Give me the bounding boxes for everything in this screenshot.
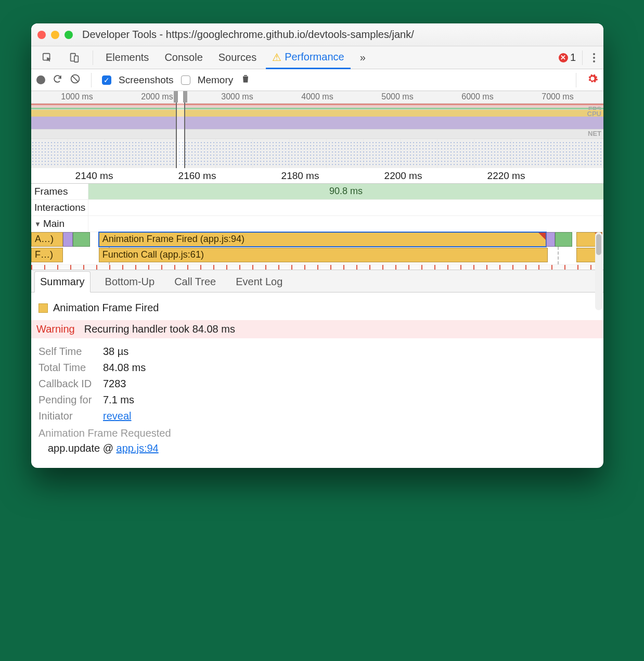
chevron-down-icon: ▼ — [34, 220, 41, 228]
screenshots-label: Screenshots — [119, 74, 174, 86]
overview-handle-right[interactable] — [183, 91, 187, 103]
warning-icon: ⚠ — [272, 51, 281, 63]
selftime-value: 38 µs — [103, 346, 128, 358]
panel-tabs: Elements Console Sources ⚠ Performance »… — [31, 46, 603, 69]
error-icon: ✕ — [559, 53, 568, 62]
tab-call-tree[interactable]: Call Tree — [169, 272, 221, 292]
close-window-button[interactable] — [37, 31, 46, 39]
warning-row: Warning Recurring handler took 84.08 ms — [31, 320, 603, 338]
svg-rect-2 — [74, 56, 78, 62]
tab-performance[interactable]: ⚠ Performance — [266, 47, 351, 69]
flame-sub-row — [31, 264, 603, 270]
flame-bar-animation-frame-fired[interactable]: Animation Frame Fired (app.js:94) — [99, 232, 546, 247]
frames-label[interactable]: Frames — [31, 184, 88, 199]
device-toggle-icon[interactable] — [62, 48, 86, 68]
separator — [582, 50, 583, 65]
event-title: Animation Frame Fired — [53, 302, 159, 314]
totaltime-value: 84.08 ms — [103, 362, 146, 374]
tab-bottom-up[interactable]: Bottom-Up — [100, 272, 160, 292]
tab-event-log[interactable]: Event Log — [230, 272, 288, 292]
warning-text: Recurring handler took 84.08 ms — [84, 323, 235, 335]
kebab-menu-icon[interactable] — [589, 50, 599, 66]
tabs-overflow[interactable]: » — [354, 47, 372, 68]
tab-elements[interactable]: Elements — [99, 47, 155, 68]
stack-source-link[interactable]: app.js:94 — [117, 442, 159, 454]
callback-id-value: 7283 — [103, 378, 126, 390]
record-button[interactable] — [36, 75, 45, 84]
ruler-tick: 2200 ms — [384, 170, 422, 182]
event-color-swatch — [38, 303, 48, 313]
separator — [93, 50, 93, 65]
overview-selection[interactable] — [176, 91, 185, 168]
flame-bar-function-call[interactable]: Function Call (app.js:61) — [99, 248, 548, 262]
maximize-window-button[interactable] — [65, 31, 73, 39]
inspect-icon[interactable] — [35, 48, 59, 68]
ruler-tick: 2220 ms — [487, 170, 525, 182]
separator — [576, 73, 576, 87]
error-count: 1 — [570, 52, 576, 63]
ruler-tick: 2180 ms — [281, 170, 319, 182]
settings-icon[interactable] — [587, 73, 598, 87]
tab-console[interactable]: Console — [158, 47, 209, 68]
error-badge[interactable]: ✕ 1 — [559, 52, 576, 63]
overview-dim — [185, 91, 603, 168]
tab-performance-label: Performance — [285, 51, 344, 63]
reload-record-button[interactable] — [53, 74, 62, 86]
flame-scrollbar[interactable] — [595, 232, 602, 310]
frames-row: Frames 90.8 ms — [31, 184, 603, 200]
ruler-tick: 2160 ms — [178, 170, 216, 182]
memory-checkbox[interactable] — [181, 75, 190, 85]
callback-id-key: Callback ID — [38, 378, 96, 390]
interactions-row: Interactions — [31, 200, 603, 216]
flame-bar[interactable] — [546, 232, 555, 247]
ruler-tick: 2140 ms — [75, 170, 113, 182]
pending-value: 7.1 ms — [103, 394, 134, 406]
frame-duration: 90.8 ms — [329, 186, 363, 197]
overview-pane[interactable]: 1000 ms 2000 ms 3000 ms 4000 ms 5000 ms … — [31, 91, 603, 168]
interactions-label[interactable]: Interactions — [31, 200, 88, 215]
details-tabs: Summary Bottom-Up Call Tree Event Log — [31, 270, 603, 293]
separator — [91, 73, 92, 87]
scrollbar-thumb[interactable] — [596, 234, 601, 255]
animation-frame-requested-label: Animation Frame Requested — [38, 427, 596, 439]
flame-ruler[interactable]: 2140 ms 2160 ms 2180 ms 2200 ms 2220 ms — [31, 168, 603, 184]
flame-bar[interactable] — [73, 232, 90, 247]
flame-bar[interactable] — [555, 232, 572, 247]
selftime-key: Self Time — [38, 346, 96, 358]
summary-panel: Animation Frame Fired Warning Recurring … — [31, 293, 603, 468]
flame-bar[interactable]: A…) — [31, 232, 63, 247]
window-title: Developer Tools - https://googlechrome.g… — [82, 29, 414, 41]
initiator-key: Initiator — [38, 410, 96, 422]
warning-corner-icon — [538, 233, 546, 240]
totaltime-key: Total Time — [38, 362, 96, 374]
tab-sources[interactable]: Sources — [212, 47, 263, 68]
main-label[interactable]: ▼ Main — [31, 216, 88, 232]
gc-button[interactable] — [240, 73, 251, 87]
overview-handle-left[interactable] — [174, 91, 178, 103]
initiator-reveal-link[interactable]: reveal — [103, 410, 131, 422]
screenshots-checkbox[interactable] — [102, 75, 111, 85]
tab-summary[interactable]: Summary — [34, 271, 91, 293]
flamechart[interactable]: 2140 ms 2160 ms 2180 ms 2200 ms 2220 ms … — [31, 168, 603, 270]
pending-key: Pending for — [38, 394, 96, 406]
warning-label: Warning — [36, 323, 75, 335]
main-row: ▼ Main — [31, 216, 603, 232]
stack-function: app.update @ — [48, 442, 117, 454]
window-controls — [37, 31, 73, 39]
memory-label: Memory — [198, 74, 234, 86]
clear-button[interactable] — [70, 73, 81, 87]
minimize-window-button[interactable] — [51, 31, 59, 39]
devtools-window: Developer Tools - https://googlechrome.g… — [31, 23, 603, 468]
performance-toolbar: Screenshots Memory — [31, 69, 603, 91]
flame-bar[interactable] — [63, 232, 73, 247]
flame-bar[interactable]: F…) — [31, 248, 63, 262]
titlebar: Developer Tools - https://googlechrome.g… — [31, 23, 603, 46]
overview-dim — [31, 91, 176, 168]
